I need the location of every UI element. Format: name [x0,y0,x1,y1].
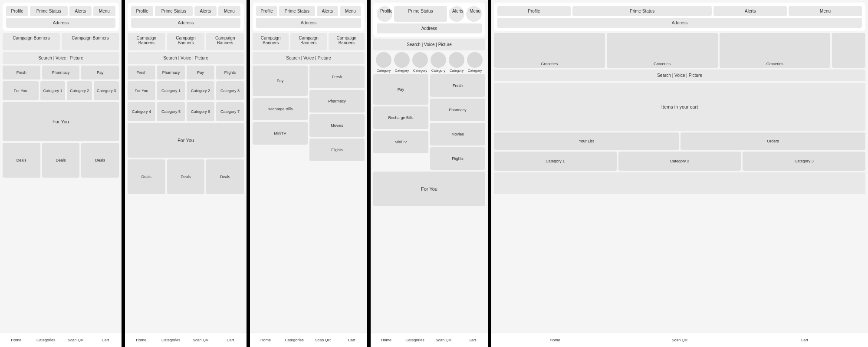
s5-profile-btn[interactable]: Profile [497,6,571,16]
your-list-btn[interactable]: Your List [494,132,679,150]
s2-prime-btn[interactable]: Prime Status [155,6,192,16]
s2-menu-btn[interactable]: Menu [218,6,240,16]
s2-deals-1[interactable]: Deals [128,159,165,194]
s4-home-nav[interactable]: Home [372,336,400,344]
s4-alerts-btn[interactable]: Alerts [449,6,464,22]
s2-cat5[interactable]: Category 5 [157,102,185,121]
s2-cat1[interactable]: Category 1 [157,81,185,100]
s3-home-nav[interactable]: Home [252,336,279,344]
s2-profile-btn[interactable]: Profile [131,6,153,16]
scan-qr-nav[interactable]: Scan QR [61,336,90,344]
s4-pharmacy[interactable]: Pharmacy [430,99,485,121]
circle-cat-3[interactable] [412,52,428,68]
categories-nav[interactable]: Categories [32,336,61,344]
s5-cat3[interactable]: Category 3 [743,152,865,171]
fresh-btn[interactable]: Fresh [3,66,40,79]
s2-categories-nav[interactable]: Categories [157,336,186,344]
s3-fresh[interactable]: Fresh [309,66,365,88]
s2-pay[interactable]: Pay [187,66,214,79]
grocery-3[interactable]: Groceries [720,33,831,68]
deals-2[interactable]: Deals [42,143,80,178]
s4-menu-btn[interactable]: Menu [466,6,482,22]
s4-categories-nav[interactable]: Categories [401,336,429,344]
s2-pharmacy[interactable]: Pharmacy [157,66,185,79]
s3-movies[interactable]: Movies [309,114,365,137]
s5-search-bar[interactable]: Search | Voice | Picture [494,69,865,81]
s2-address-btn[interactable]: Address [131,18,240,28]
s4-flights[interactable]: Flights [430,147,485,170]
s5-home-nav[interactable]: Home [493,336,617,344]
search-bar[interactable]: Search | Voice | Picture [3,52,119,64]
s5-address-btn[interactable]: Address [497,18,862,28]
s2-cat4[interactable]: Category 4 [128,102,155,121]
s2-deals-2[interactable]: Deals [167,159,205,194]
s3-menu-btn[interactable]: Menu [340,6,361,16]
s4-minitv[interactable]: MiniTV [373,131,428,153]
s5-menu-btn[interactable]: Menu [789,6,862,16]
s2-flights[interactable]: Flights [216,66,244,79]
s2-alerts-btn[interactable]: Alerts [194,6,217,16]
for-you-btn[interactable]: For You [3,81,39,100]
s4-movies[interactable]: Movies [430,123,485,145]
s3-categories-nav[interactable]: Categories [280,336,308,344]
s2-fresh[interactable]: Fresh [128,66,155,79]
profile-btn[interactable]: Profile [6,6,28,16]
s2-home-nav[interactable]: Home [127,336,156,344]
s4-profile-btn[interactable]: Profile [377,6,392,22]
s3-pharmacy[interactable]: Pharmacy [309,90,365,112]
s2-cat2[interactable]: Category 2 [187,81,214,100]
prime-status-btn[interactable]: Prime Status [30,6,67,16]
s3-recharge[interactable]: Recharge Bills [253,98,308,120]
s4-recharge[interactable]: Recharge Bills [373,106,428,129]
s4-scan-qr-nav[interactable]: Scan QR [430,336,457,344]
cat1-btn[interactable]: Category 1 [40,81,66,100]
pay-btn[interactable]: Pay [81,66,119,79]
s4-cart-nav[interactable]: Cart [458,336,486,344]
s2-cat6[interactable]: Category 6 [187,102,214,121]
s5-cart-nav[interactable]: Cart [743,336,866,344]
circle-cat-6[interactable] [467,52,483,68]
s5-cat2[interactable]: Category 2 [618,152,741,171]
s2-scan-qr-nav[interactable]: Scan QR [186,336,215,344]
s4-pay[interactable]: Pay [373,74,428,105]
alerts-btn[interactable]: Alerts [69,6,92,16]
s2-search-bar[interactable]: Search | Voice | Picture [128,52,244,64]
home-nav[interactable]: Home [2,336,31,344]
s3-flights[interactable]: Flights [309,139,365,161]
s5-alerts-btn[interactable]: Alerts [713,6,787,16]
s5-prime-btn[interactable]: Prime Status [572,6,712,16]
cart-nav[interactable]: Cart [91,336,120,344]
s3-minitv[interactable]: MiniTV [253,122,308,145]
s5-cat1[interactable]: Category 1 [494,152,617,171]
s2-cat3[interactable]: Category 3 [216,81,244,100]
s3-alerts-btn[interactable]: Alerts [317,6,338,16]
s3-cart-nav[interactable]: Cart [338,336,365,344]
s2-deals-3[interactable]: Deals [206,159,244,194]
s2-foryou[interactable]: For You [128,81,155,100]
s3-scan-qr-nav[interactable]: Scan QR [309,336,337,344]
s4-address-btn[interactable]: Address [377,23,482,33]
s5-scan-qr-nav[interactable]: Scan QR [618,336,741,344]
orders-btn[interactable]: Orders [681,132,865,150]
s4-search-bar[interactable]: Search | Voice | Picture [373,39,485,50]
cat3-btn[interactable]: Category 3 [94,81,119,100]
s4-prime-btn[interactable]: Prime Status [394,6,447,22]
circle-cat-4[interactable] [431,52,446,68]
deals-3[interactable]: Deals [81,143,119,178]
address-btn[interactable]: Address [6,18,115,28]
s3-search-bar[interactable]: Search | Voice | Picture [253,52,365,64]
pharmacy-btn[interactable]: Pharmacy [42,66,80,79]
circle-cat-5[interactable] [449,52,464,68]
s4-fresh[interactable]: Fresh [430,74,485,97]
cat2-btn[interactable]: Category 2 [67,81,92,100]
deals-1[interactable]: Deals [3,143,40,178]
s3-address-btn[interactable]: Address [256,18,361,28]
s2-cat7[interactable]: Category 7 [216,102,244,121]
circle-cat-2[interactable] [394,52,410,68]
s3-prime-btn[interactable]: Prime Status [279,6,315,16]
grocery-1[interactable]: Groceries [494,33,605,68]
menu-btn[interactable]: Menu [93,6,115,16]
s3-profile-btn[interactable]: Profile [256,6,277,16]
circle-cat-1[interactable] [376,52,391,68]
s2-cart-nav[interactable]: Cart [216,336,245,344]
